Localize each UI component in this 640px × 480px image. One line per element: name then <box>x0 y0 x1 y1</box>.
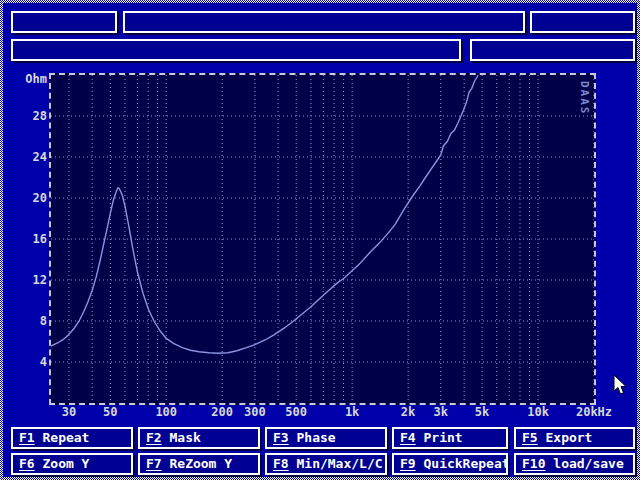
f6-zoom-y-button[interactable]: F6 Zoom Y <box>11 453 133 475</box>
y-tick-label: 24 <box>3 151 47 163</box>
f3-label: Phase <box>289 430 336 445</box>
f2-hotkey: F2 <box>146 430 162 445</box>
x-tick-label: 5k <box>475 406 489 418</box>
input-settings-label: In: Line ±0.20 V <box>66 60 199 61</box>
f6-label: Zoom Y <box>35 456 90 471</box>
f7-rezoom-y-button[interactable]: F7 ReZoom Y <box>138 453 260 475</box>
x-tick-label: 50 <box>103 406 117 418</box>
model-separator: : <box>541 60 564 61</box>
f1-hotkey: F1 <box>19 430 35 445</box>
f6-hotkey: F6 <box>19 456 35 471</box>
f10-label: load/save <box>545 456 623 471</box>
f2-label: Mask <box>162 430 201 445</box>
info-hotkey: i <box>585 32 593 33</box>
f8-label: Min/Max/L/C <box>289 456 383 471</box>
x-tick-label: 100 <box>155 406 177 418</box>
f9-quickrepeat-button[interactable]: F9 QuickRepeat <box>392 453 508 475</box>
f1-repeat-button[interactable]: F1 Repeat <box>11 427 133 449</box>
daas-screen: ESC End D A A S Impedance Curve i 06.11.… <box>0 0 640 480</box>
page-title: D A A S Impedance Curve <box>250 32 446 33</box>
x-tick-label: 3k <box>434 406 448 418</box>
daas-watermark: DAAS <box>578 81 591 116</box>
mouse-cursor-icon <box>613 374 627 396</box>
f3-hotkey: F3 <box>273 430 289 445</box>
y-tick-label: 12 <box>3 274 47 286</box>
f2-mask-button[interactable]: F2 Mask <box>138 427 260 449</box>
f9-label: QuickRepeat <box>416 456 508 471</box>
input-settings-box[interactable]: In: Line ±0.20 V <box>11 39 461 61</box>
x-tick-label: 30 <box>62 406 76 418</box>
y-tick-label: 4 <box>3 356 47 368</box>
model-hotkey: MO <box>525 60 541 61</box>
model-box[interactable]: MO: NoName <box>470 39 635 61</box>
y-tick-label: 16 <box>3 233 47 245</box>
f5-label: Export <box>538 430 593 445</box>
y-tick-label: 28 <box>3 110 47 122</box>
f4-label: Print <box>416 430 463 445</box>
f7-label: ReZoom Y <box>162 456 232 471</box>
y-tick-label: 20 <box>3 192 47 204</box>
datetime-text: 06.11.01 12 59 <box>593 32 635 33</box>
f5-hotkey: F5 <box>522 430 538 445</box>
f1-label: Repeat <box>35 430 90 445</box>
y-axis-unit-label: Ohm <box>3 73 47 85</box>
impedance-curve <box>51 75 479 353</box>
f7-hotkey: F7 <box>146 456 162 471</box>
esc-hotkey: ESC <box>66 32 89 33</box>
f9-hotkey: F9 <box>400 456 416 471</box>
x-tick-label: 500 <box>285 406 307 418</box>
x-tick-label: 1k <box>345 406 359 418</box>
f4-print-button[interactable]: F4 Print <box>392 427 508 449</box>
f10-load-save-button[interactable]: F10 load/save <box>514 453 635 475</box>
info-datetime-button[interactable]: i 06.11.01 12 59 <box>530 11 635 33</box>
esc-end-button[interactable]: ESC End <box>11 11 117 33</box>
screen-background: ESC End D A A S Impedance Curve i 06.11.… <box>3 3 637 477</box>
x-tick-label: 2k <box>401 406 415 418</box>
f5-export-button[interactable]: F5 Export <box>514 427 635 449</box>
plot-panel: DAAS <box>49 73 596 405</box>
f10-hotkey: F10 <box>522 456 545 471</box>
x-tick-label: 200 <box>211 406 233 418</box>
esc-label: End <box>89 32 117 33</box>
y-tick-label: 8 <box>3 315 47 327</box>
x-tick-label: 20kHz <box>576 406 612 418</box>
x-tick-label: 10k <box>527 406 549 418</box>
f8-minmax-lc-button[interactable]: F8 Min/Max/L/C <box>265 453 387 475</box>
f8-hotkey: F8 <box>273 456 289 471</box>
f4-hotkey: F4 <box>400 430 416 445</box>
model-name: NoName <box>564 60 611 61</box>
impedance-chart <box>51 75 594 403</box>
title-bar: D A A S Impedance Curve <box>123 11 525 33</box>
f3-phase-button[interactable]: F3 Phase <box>265 427 387 449</box>
x-tick-label: 300 <box>244 406 266 418</box>
